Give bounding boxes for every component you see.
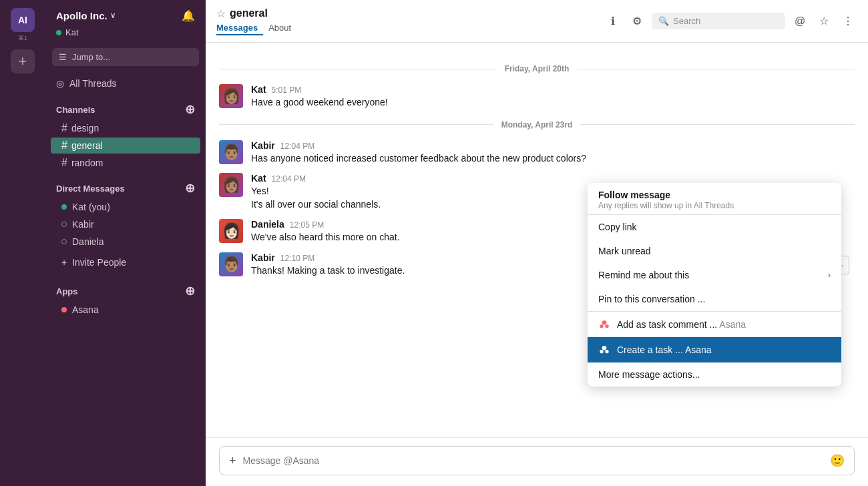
add-workspace-button[interactable]: + [11, 49, 35, 73]
svg-point-2 [605, 324, 608, 328]
message-time: 12:05 PM [290, 220, 324, 230]
divider-line [577, 69, 855, 69]
app-container: AI ⌘1 + Apollo Inc. ∨ 🔔 Kat ☰ Jump to...… [0, 0, 868, 486]
message-row: 👩🏽 Kat 5:01 PM Have a good weekend every… [219, 84, 855, 109]
mark-unread-item[interactable]: Mark unread [588, 239, 841, 263]
search-bar[interactable]: 🔍 Search [652, 13, 785, 29]
svg-point-3 [602, 346, 607, 350]
dm-item-kat[interactable]: Kat (you) [51, 199, 200, 215]
dm-item-daniela[interactable]: Daniela [51, 234, 200, 250]
follow-message-subtitle: Any replies will show up in All Threads [598, 201, 831, 210]
message-row: 👨🏽 Kabir 12:04 PM Has anyone noticed inc… [219, 140, 855, 166]
workspace-chevron-icon: ∨ [110, 11, 116, 20]
dm-offline-dot [61, 239, 67, 244]
message-author: Kat [251, 84, 266, 95]
svg-point-4 [600, 350, 603, 353]
workspace-sidebar: AI ⌘1 + [0, 0, 45, 486]
message-input[interactable] [243, 455, 823, 466]
remind-me-item[interactable]: Remind me about this › [588, 263, 841, 287]
sidebar-item-random[interactable]: # random [51, 155, 200, 171]
message-text: Has anyone noticed increased customer fe… [251, 152, 855, 166]
message-content: Kat 5:01 PM Have a good weekend everyone… [251, 84, 855, 109]
jump-to-button[interactable]: ☰ Jump to... [52, 48, 199, 66]
sidebar-item-design[interactable]: # design [51, 120, 200, 136]
asana-icon [598, 344, 610, 356]
svg-point-1 [600, 324, 603, 328]
info-icon[interactable]: ℹ [604, 12, 622, 31]
chevron-right-icon: › [828, 270, 831, 280]
invite-people-button[interactable]: + Invite People [51, 253, 200, 272]
message-input-box: + 🙂 [219, 446, 855, 475]
all-threads-item[interactable]: ◎ All Threads [45, 74, 206, 93]
workspace-name[interactable]: Apollo Inc. ∨ [56, 10, 116, 21]
context-menu: Follow message Any replies will show up … [588, 183, 841, 387]
add-app-button[interactable]: ⊕ [185, 284, 195, 298]
hash-icon: # [61, 140, 67, 152]
star-icon[interactable]: ☆ [815, 12, 833, 31]
channels-section-header: Channels ⊕ [45, 93, 206, 119]
channel-header: ☆ general Messages About ℹ ⚙ 🔍 Search @ … [206, 0, 868, 43]
sidebar-item-general[interactable]: # general [51, 138, 200, 154]
message-author: Kabir [251, 140, 275, 151]
remind-me-label: Remind me about this [598, 270, 689, 280]
message-author: Kat [251, 173, 266, 184]
message-header: Kat 5:01 PM [251, 84, 855, 95]
tab-messages[interactable]: Messages [216, 21, 263, 35]
channel-name-header: general [230, 7, 268, 19]
message-content: Kabir 12:04 PM Has anyone noticed increa… [251, 140, 855, 166]
dm-item-kabir[interactable]: Kabir [51, 216, 200, 232]
more-icon[interactable]: ⋮ [839, 12, 857, 31]
add-dm-button[interactable]: ⊕ [185, 181, 195, 196]
follow-message-title: Follow message [598, 190, 831, 200]
copy-link-item[interactable]: Copy link [588, 215, 841, 239]
notifications-bell-icon[interactable]: 🔔 [182, 9, 195, 22]
svg-point-0 [602, 320, 607, 325]
message-time: 5:01 PM [272, 85, 302, 95]
emoji-icon[interactable]: 🙂 [830, 453, 845, 468]
header-actions: ℹ ⚙ 🔍 Search @ ☆ ⋮ [604, 12, 857, 31]
more-message-actions-item[interactable]: More message actions... [588, 362, 841, 387]
search-icon: 🔍 [658, 16, 669, 26]
hash-icon: # [61, 157, 67, 169]
divider-line [219, 69, 497, 69]
add-task-comment-label: Add as task comment ... Asana [617, 319, 746, 330]
mark-unread-label: Mark unread [598, 246, 651, 256]
create-task-item[interactable]: Create a task ... Asana [588, 337, 841, 362]
avatar: 👨🏽 [219, 140, 243, 164]
dm-name-kat: Kat (you) [72, 202, 110, 212]
all-threads-label: All Threads [69, 78, 117, 89]
hash-icon: # [61, 122, 67, 134]
apps-label: Apps [56, 286, 78, 296]
add-task-comment-item[interactable]: Add as task comment ... Asana [588, 312, 841, 337]
sidebar: Apollo Inc. ∨ 🔔 Kat ☰ Jump to... ◎ All T… [45, 0, 206, 486]
workspace-initials: AI [18, 15, 27, 25]
add-channel-button[interactable]: ⊕ [185, 102, 195, 117]
settings-icon[interactable]: ⚙ [628, 12, 646, 31]
dm-offline-dot [61, 222, 67, 227]
message-header: Kabir 12:04 PM [251, 140, 855, 151]
invite-people-label: Invite People [72, 257, 126, 268]
at-icon[interactable]: @ [791, 12, 809, 31]
follow-message-item[interactable]: Follow message Any replies will show up … [588, 183, 841, 214]
current-user-name: Kat [65, 27, 79, 37]
channel-tabs: Messages About [216, 21, 598, 35]
asana-status-dot [61, 307, 67, 312]
sidebar-header: Apollo Inc. ∨ 🔔 [45, 0, 206, 27]
message-input-area: + 🙂 [206, 437, 868, 486]
workspace-name-label: Apollo Inc. [56, 10, 107, 21]
message-author: Daniela [251, 219, 284, 230]
app-item-asana[interactable]: Asana [51, 302, 200, 318]
dm-name-kabir: Kabir [72, 219, 94, 230]
avatar: 👩🏽 [219, 173, 243, 197]
pin-conversation-label: Pin to this conversation ... [598, 294, 705, 304]
message-time: 12:04 PM [272, 174, 306, 184]
pin-conversation-item[interactable]: Pin to this conversation ... [588, 287, 841, 311]
date-label-2: Monday, April 23rd [501, 120, 573, 130]
date-label-1: Friday, April 20th [505, 64, 570, 73]
workspace-icon[interactable]: AI [11, 8, 35, 32]
input-add-icon[interactable]: + [229, 454, 236, 468]
channel-star-icon[interactable]: ☆ [216, 7, 226, 20]
messages-area: Friday, April 20th 👩🏽 Kat 5:01 PM Have a… [206, 43, 868, 437]
tab-about[interactable]: About [263, 21, 296, 35]
direct-messages-label: Direct Messages [56, 184, 125, 194]
